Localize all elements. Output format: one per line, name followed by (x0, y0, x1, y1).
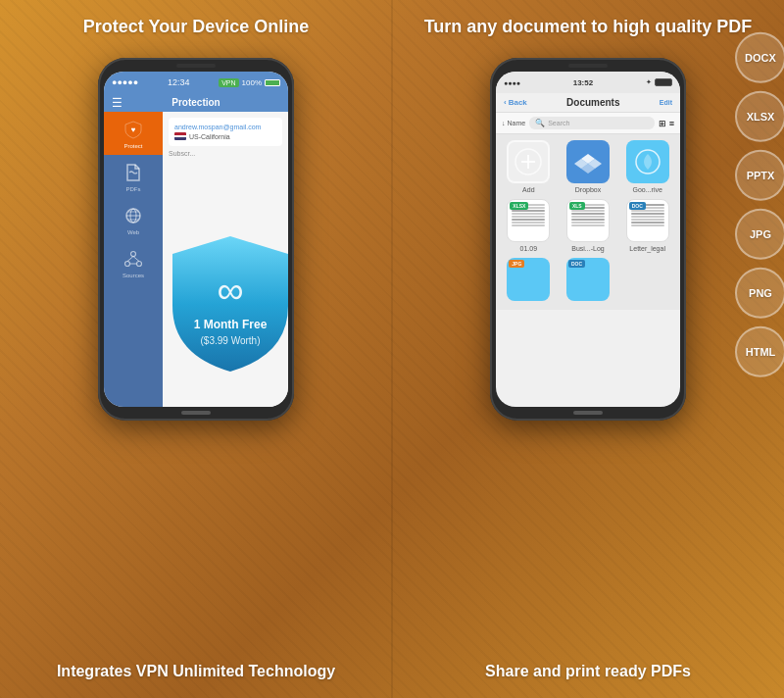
sources-icon (122, 247, 145, 271)
gdrive-label: Goo...rive (632, 186, 662, 193)
chevron-left-icon: ‹ (504, 98, 507, 107)
left-battery-icon (265, 79, 280, 86)
file-grid: Add (496, 134, 680, 310)
right-nav-bar: ‹ Back Documents Edit (496, 93, 680, 113)
search-icon: 🔍 (535, 119, 545, 127)
xls-thumb: XLS (566, 199, 610, 242)
bluetooth-icon: ✦ (646, 78, 652, 86)
user-location: US-California (174, 132, 276, 140)
left-status-bar: ●●●●● 12:34 VPN 100% (104, 72, 288, 93)
file-item-doc[interactable]: DOC Letter_legal (620, 199, 674, 252)
sidebar-item-pdfs[interactable]: PDFs (104, 155, 163, 198)
left-sidebar: ♥ Protect (104, 112, 163, 407)
right-phone-body: ‹ Back Documents Edit ↓ Name (496, 93, 680, 407)
doc2-thumb: DOC (566, 258, 610, 301)
right-phone: ●●●● 13:52 ✦ ‹ Back (490, 58, 686, 421)
sidebar-item-protect[interactable]: ♥ Protect (104, 112, 163, 155)
right-bottom-text: Share and print ready PDFs (392, 650, 784, 698)
file-item-xls[interactable]: XLS Busi...-Log (562, 199, 615, 252)
svg-line-10 (133, 257, 139, 262)
pdf-icon (122, 161, 145, 184)
edit-button[interactable]: Edit (660, 99, 672, 106)
left-phone-container: ●●●●● 12:34 VPN 100% ☰ Protection (0, 58, 392, 421)
svg-text:∞: ∞ (217, 270, 243, 311)
svg-text:1 Month Free: 1 Month Free (194, 318, 268, 331)
file-item-gdrive[interactable]: Goo...rive (620, 140, 674, 193)
left-phone-body: ♥ Protect (104, 112, 288, 407)
vpn-shield-overlay: ∞ 1 Month Free ($3.99 Worth) (163, 171, 288, 407)
file-item-add[interactable]: Add (502, 140, 556, 193)
format-badge-pptx: PPTX (735, 150, 784, 201)
xlsx-thumb: XLSX (507, 199, 550, 242)
sidebar-item-sources[interactable]: Sources (104, 241, 163, 284)
doc-label: Letter_legal (629, 245, 665, 252)
format-badges: DOCX XLSX PPTX JPG PNG HTML (735, 32, 784, 377)
xlsx-label: 01.09 (520, 245, 538, 252)
left-status-right: VPN 100% (219, 78, 280, 87)
user-email: andrew.mospan@gmail.com (174, 124, 276, 130)
protect-icon: ♥ (122, 118, 145, 141)
svg-line-9 (127, 257, 133, 262)
background: Protect Your Device Online Turn any docu… (0, 0, 784, 698)
sort-button[interactable]: ↓ Name (502, 120, 525, 126)
list-view-icon[interactable]: ≡ (669, 119, 674, 128)
svg-text:($3.99 Worth): ($3.99 Worth) (201, 335, 261, 346)
sidebar-item-web[interactable]: Web (104, 198, 163, 241)
left-phone: ●●●●● 12:34 VPN 100% ☰ Protection (98, 58, 294, 421)
sidebar-protect-label: Protect (123, 143, 142, 149)
right-signal: ●●●● (504, 79, 520, 86)
file-item-xlsx[interactable]: XLSX 01.09 (502, 199, 556, 252)
file-item-dropbox[interactable]: Dropbox (562, 140, 615, 193)
left-headline: Protect Your Device Online (0, 0, 392, 48)
svg-point-8 (137, 262, 142, 267)
jpg-badge: JPG (509, 260, 524, 268)
file-item-doc2[interactable]: DOC (562, 258, 615, 304)
back-button[interactable]: ‹ Back (504, 98, 527, 107)
sort-label: Name (508, 120, 526, 126)
xls-badge: XLS (569, 202, 585, 210)
right-phone-container: ●●●● 13:52 ✦ ‹ Back (392, 58, 784, 421)
format-badge-png: PNG (735, 268, 784, 319)
view-toggle: ⊞ ≡ (659, 119, 674, 128)
phone-speaker-right (568, 64, 608, 68)
vpn-shield-wrapper: ∞ 1 Month Free ($3.99 Worth) (167, 232, 288, 374)
format-badge-jpg: JPG (735, 209, 784, 260)
gdrive-thumb (626, 140, 669, 183)
right-toolbar: ↓ Name 🔍 Search ⊞ ≡ (496, 113, 680, 134)
dropbox-thumb (566, 140, 610, 183)
web-icon (122, 204, 145, 227)
right-status-bar: ●●●● 13:52 ✦ (496, 72, 680, 93)
right-time: 13:52 (573, 78, 593, 87)
search-placeholder: Search (548, 120, 569, 126)
add-label: Add (522, 186, 534, 193)
sidebar-pdfs-label: PDFs (126, 186, 141, 192)
grid-view-icon[interactable]: ⊞ (659, 119, 666, 128)
hamburger-icon[interactable]: ☰ (112, 96, 122, 110)
format-badge-docx: DOCX (735, 32, 784, 83)
right-nav-title: Documents (566, 97, 619, 108)
subscription-label: Subscr... (169, 150, 282, 157)
sidebar-sources-label: Sources (122, 273, 144, 278)
file-item-jpg[interactable]: JPG (502, 258, 556, 304)
left-battery: 100% (242, 78, 262, 87)
sidebar-web-label: Web (127, 229, 139, 235)
search-input[interactable]: 🔍 Search (529, 117, 655, 129)
format-badge-html: HTML (735, 326, 784, 377)
format-badge-xlsx: XLSX (735, 91, 784, 142)
left-vpn-label: VPN (219, 78, 238, 87)
us-flag (174, 132, 186, 140)
add-thumb (507, 140, 550, 183)
svg-text:♥: ♥ (131, 125, 136, 134)
left-signal: ●●●●● (112, 77, 138, 87)
left-nav-bar: ☰ Protection (104, 93, 288, 112)
phone-speaker-left (176, 64, 216, 68)
left-phone-screen: ●●●●● 12:34 VPN 100% ☰ Protection (104, 72, 288, 407)
right-headline: Turn any document to high quality PDF (392, 0, 784, 48)
dropbox-label: Dropbox (575, 186, 601, 193)
doc-thumb: DOC (626, 199, 669, 242)
doc2-badge: DOC (568, 260, 585, 268)
sort-icon: ↓ (502, 120, 506, 126)
right-battery-icon (655, 78, 672, 86)
user-info-card: andrew.mospan@gmail.com US-California (169, 118, 282, 146)
left-bottom-text: Integrates VPN Unlimited Technology (0, 650, 392, 698)
